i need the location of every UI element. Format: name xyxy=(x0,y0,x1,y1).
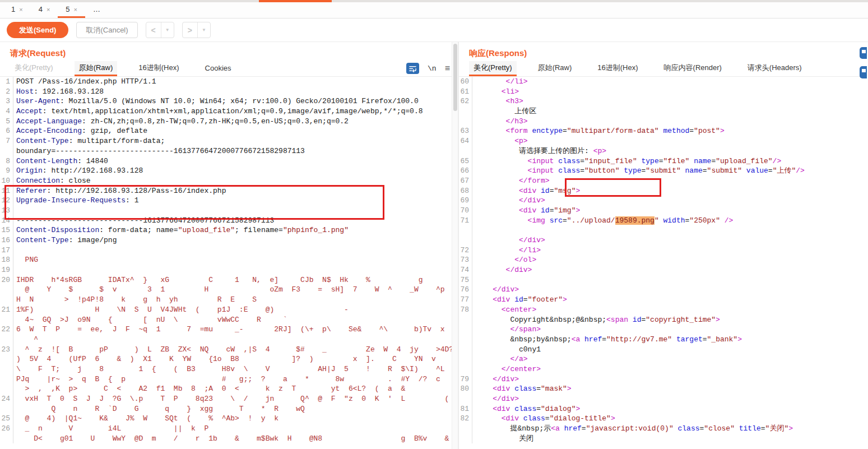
code-row: D< g01 U WwY @D m / r 1b & m$Bwk H @N8 g… xyxy=(0,434,458,444)
code-row: 4~ GQ >J o9N { [ nU \ vWwCC R ` xyxy=(0,315,458,325)
icon-glyph xyxy=(862,50,866,53)
code-segment: Connection xyxy=(16,177,60,185)
request-scrollbar[interactable] xyxy=(452,42,458,449)
newline-toggle[interactable]: \n xyxy=(428,64,437,73)
code-segment: ; filename= xyxy=(235,226,283,234)
tab-close-icon[interactable]: × xyxy=(19,6,22,13)
code-segment: <p> xyxy=(593,147,606,155)
request-editor-icons: \n ≡ xyxy=(406,61,450,76)
code-line: \ F T; j 8 1 { ( B3 H8v \ V AH|J 5 ! R $… xyxy=(13,364,445,374)
code-segment: class xyxy=(558,166,580,175)
line-number: 19 xyxy=(0,265,13,275)
code-segment: value xyxy=(746,166,768,175)
line-number: 14 xyxy=(0,216,13,226)
code-row: </div> xyxy=(459,394,867,404)
code-segment: = xyxy=(689,127,694,135)
code-segment: Accept-Language xyxy=(16,117,82,126)
line-number: 10 xyxy=(0,176,13,186)
code-line: H N > !p4P!8 k g h yh R E S xyxy=(13,295,257,305)
code-line: 请选择要上传的图片: <p> xyxy=(472,146,606,156)
code-segment: ″上传″ xyxy=(773,166,796,175)
response-tab[interactable]: 请求头(Headers) xyxy=(743,61,806,76)
window-tab-5[interactable]: 5× xyxy=(58,2,85,18)
code-segment: Content-Length xyxy=(16,157,77,165)
code-row: 6Accept-Encoding: gzip, deflate xyxy=(0,126,458,136)
request-tab[interactable]: 原始(Raw) xyxy=(75,61,118,76)
clipped-toolbar-icon[interactable] xyxy=(860,47,867,59)
chevron-left-icon[interactable]: < xyxy=(146,26,161,35)
request-editor[interactable]: 1POST /Pass-16/index.php HTTP/1.12Host: … xyxy=(0,77,458,449)
line-number xyxy=(459,354,472,364)
code-segment: </div> xyxy=(475,285,519,294)
code-segment: H N > !p4P!8 k g h yh R E S xyxy=(16,295,257,304)
code-row: 9Origin: http://192.168.93.128 xyxy=(0,166,458,176)
code-row: 62 <h3> xyxy=(459,96,867,107)
code-row: </h3> xyxy=(459,117,867,127)
code-line: Origin: http://192.168.93.128 xyxy=(13,166,143,176)
response-tab[interactable]: 原始(Raw) xyxy=(533,61,577,76)
word-wrap-icon[interactable] xyxy=(406,63,419,74)
code-segment: -----------------------------16137766472… xyxy=(16,216,274,225)
code-segment: boundary=---------------------------1613… xyxy=(16,147,305,155)
window-tab-label: 4 xyxy=(39,5,43,13)
window-tab-…[interactable]: … xyxy=(85,2,108,18)
code-segment: <input xyxy=(475,157,558,165)
scrollbar-thumb[interactable] xyxy=(453,44,457,111)
caret-down-icon[interactable]: ▼ xyxy=(198,27,210,33)
code-segment: ″250px″ xyxy=(689,216,720,225)
tab-close-icon[interactable]: × xyxy=(74,6,77,13)
line-number xyxy=(459,394,472,404)
code-row: Copyright&nbsp;@&nbsp;<span id=″copyrigh… xyxy=(459,315,867,325)
window-tab-4[interactable]: 4× xyxy=(31,2,58,18)
code-row: 15Content-Disposition: form-data; name=″… xyxy=(0,225,458,235)
window-tab-1[interactable]: 1× xyxy=(3,2,31,18)
code-line: <input class=″input_file″ type=″file″ na… xyxy=(472,156,781,166)
cancel-button[interactable]: 取消(Cancel) xyxy=(76,22,137,38)
code-segment: &nbsp;by&nbsp; xyxy=(475,335,572,344)
code-row: 64 <p> xyxy=(459,136,867,146)
window-tab-bar: 1×4×5×… xyxy=(0,2,868,18)
request-tab[interactable]: Cookies xyxy=(201,61,236,76)
request-tab[interactable]: 美化(Pretty) xyxy=(10,61,58,76)
response-tab[interactable]: 响应内容(Render) xyxy=(660,61,726,76)
code-segment: id xyxy=(514,295,523,304)
code-row: 3User-Agent: Mozilla/5.0 (Windows NT 10.… xyxy=(0,96,458,107)
line-number: 63 xyxy=(459,126,472,136)
caret-down-icon[interactable]: ▼ xyxy=(161,27,174,33)
code-segment: ″upload_file″ xyxy=(178,226,235,234)
next-request-button[interactable]: > ▼ xyxy=(182,22,211,38)
send-button[interactable]: 发送(Send) xyxy=(7,22,68,38)
response-viewer[interactable]: 60 </li>61 <li>62 <h3> 上传区 </h3>63 <form… xyxy=(459,77,867,449)
line-number: 71 xyxy=(459,216,472,226)
code-segment: > xyxy=(567,385,572,393)
code-line: </span> xyxy=(472,325,541,335)
code-segment xyxy=(674,424,678,433)
code-row: 26 _ n V i4L || k P xyxy=(0,424,458,434)
code-segment: 请选择要上传的图片: xyxy=(475,147,593,155)
prev-request-button[interactable]: < ▼ xyxy=(146,22,174,38)
code-segment: target xyxy=(676,335,703,344)
code-line: Connection: close xyxy=(13,176,91,186)
chevron-right-icon[interactable]: > xyxy=(183,26,197,35)
code-segment: ″file″ xyxy=(663,157,690,165)
code-segment: > , ,K p> C < A2 f1 Mb 8 ;A 0 < k z T yt… xyxy=(16,385,405,393)
code-line: IHDR h*4sRGB IDATx^ } xG C 1 N, e] CJb N… xyxy=(13,275,423,285)
request-tab[interactable]: 16进制(Hex) xyxy=(134,61,183,76)
code-segment: = xyxy=(703,166,707,175)
response-tab[interactable]: 美化(Pretty) xyxy=(469,61,517,76)
code-line: <div class=″mask″> xyxy=(472,384,572,394)
code-segment: href xyxy=(584,335,602,344)
line-number xyxy=(0,354,13,364)
code-segment: Content-Type xyxy=(16,236,69,244)
code-line: Host: 192.168.93.128 xyxy=(13,87,104,97)
response-tab[interactable]: 16进制(Hex) xyxy=(593,61,642,76)
code-row: 79 </div> xyxy=(459,374,867,385)
tab-close-icon[interactable]: × xyxy=(47,6,50,13)
code-segment: > xyxy=(788,424,793,433)
menu-icon[interactable]: ≡ xyxy=(445,63,450,73)
window-tab-label: … xyxy=(93,5,100,13)
clipped-toolbar-icon[interactable] xyxy=(860,66,867,78)
code-row: 20IHDR h*4sRGB IDATx^ } xG C 1 N, e] CJb… xyxy=(0,275,458,285)
code-row: 19 xyxy=(0,265,458,275)
code-segment: <div xyxy=(475,295,514,304)
